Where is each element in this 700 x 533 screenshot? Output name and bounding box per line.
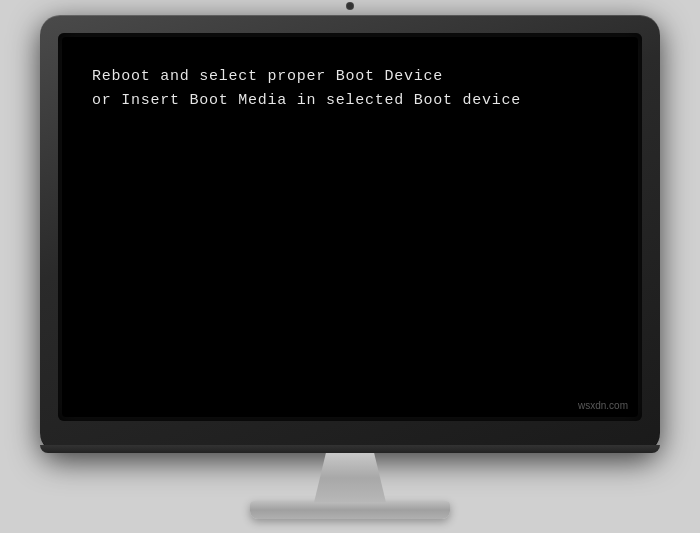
camera-dot (347, 3, 353, 9)
stand-neck (310, 453, 390, 503)
stand-base (250, 501, 450, 519)
bios-line2: or Insert Boot Media in selected Boot de… (92, 92, 521, 109)
monitor-bottom-edge (40, 445, 660, 453)
monitor-bezel: Reboot and select proper Boot Device or … (40, 15, 660, 453)
bios-line1: Reboot and select proper Boot Device (92, 68, 443, 85)
screen: Reboot and select proper Boot Device or … (62, 37, 638, 417)
watermark: wsxdn.com (578, 400, 628, 411)
monitor: Reboot and select proper Boot Device or … (40, 15, 660, 519)
bios-message: Reboot and select proper Boot Device or … (92, 65, 521, 113)
monitor-inner-bezel: Reboot and select proper Boot Device or … (58, 33, 642, 421)
